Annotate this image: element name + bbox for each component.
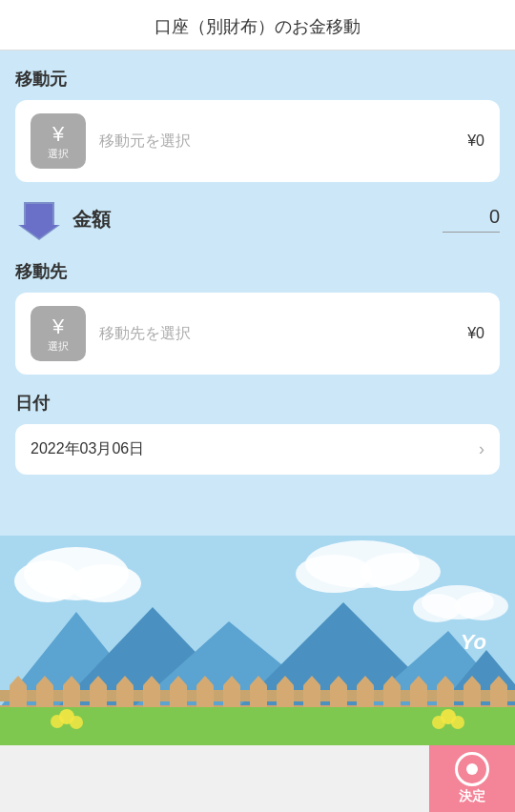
source-icon-symbol: ¥ <box>52 124 64 145</box>
destination-amount: ¥0 <box>467 325 484 342</box>
svg-marker-44 <box>330 676 347 685</box>
svg-point-7 <box>360 553 441 591</box>
scenery-background: Yo <box>0 536 515 745</box>
main-content: 移動元 ¥ 選択 移動元を選択 ¥0 金額 0 移動先 <box>0 51 515 475</box>
flowers-svg <box>0 698 515 736</box>
arrow-amount-row: 金額 0 <box>15 195 500 243</box>
confirm-button[interactable]: 決定 <box>429 745 515 812</box>
svg-marker-30 <box>143 676 160 685</box>
page-title: 口座（別財布）のお金移動 <box>154 17 360 36</box>
source-placeholder: 移動元を選択 <box>99 132 191 152</box>
date-label: 日付 <box>15 392 500 415</box>
svg-marker-48 <box>383 676 401 685</box>
source-card[interactable]: ¥ 選択 移動元を選択 ¥0 <box>15 100 500 182</box>
source-card-left: ¥ 選択 移動元を選択 <box>31 113 191 169</box>
date-card[interactable]: 2022年03月06日 › <box>15 424 500 475</box>
amount-value[interactable]: 0 <box>443 206 500 233</box>
source-icon-label: 選択 <box>48 149 69 159</box>
amount-row: 金額 0 <box>72 206 500 233</box>
destination-placeholder: 移動先を選択 <box>99 324 191 344</box>
svg-marker-50 <box>410 676 427 685</box>
confirm-button-circle <box>455 752 489 786</box>
svg-point-59 <box>70 716 83 729</box>
svg-marker-42 <box>303 676 320 685</box>
svg-marker-26 <box>90 676 107 685</box>
svg-marker-56 <box>490 676 507 685</box>
svg-marker-20 <box>10 676 27 685</box>
destination-card[interactable]: ¥ 選択 移動先を選択 ¥0 <box>15 293 500 375</box>
svg-marker-52 <box>437 676 454 685</box>
svg-marker-46 <box>357 676 374 685</box>
date-section: 日付 2022年03月06日 › <box>15 392 500 475</box>
svg-point-6 <box>296 555 372 593</box>
svg-marker-36 <box>223 676 240 685</box>
destination-icon-label: 選択 <box>48 341 69 352</box>
chevron-right-icon: › <box>479 439 484 459</box>
confirm-button-label: 決定 <box>459 788 485 805</box>
source-label: 移動元 <box>15 68 500 91</box>
svg-marker-24 <box>63 676 80 685</box>
svg-point-62 <box>451 716 464 729</box>
destination-card-left: ¥ 選択 移動先を選択 <box>31 306 191 361</box>
svg-marker-22 <box>36 676 53 685</box>
svg-marker-54 <box>464 676 481 685</box>
amount-label: 金額 <box>72 207 111 233</box>
source-wallet-icon[interactable]: ¥ 選択 <box>31 113 86 169</box>
bottom-bar: 決定 <box>0 745 515 812</box>
svg-marker-38 <box>250 676 267 685</box>
svg-point-61 <box>432 716 445 729</box>
destination-icon-symbol: ¥ <box>52 316 64 337</box>
source-amount: ¥0 <box>467 132 484 150</box>
confirm-button-circle-inner <box>466 763 478 775</box>
svg-marker-40 <box>277 676 294 685</box>
destination-label: 移動先 <box>15 260 500 283</box>
page-header: 口座（別財布）のお金移動 <box>0 0 515 51</box>
svg-point-58 <box>51 715 64 728</box>
destination-wallet-icon[interactable]: ¥ 選択 <box>31 306 86 361</box>
svg-marker-32 <box>170 676 187 685</box>
arrow-down-icon <box>15 195 63 243</box>
date-value: 2022年03月06日 <box>31 439 144 459</box>
amount-value-wrapper: 0 <box>443 206 500 233</box>
svg-marker-34 <box>196 676 214 685</box>
svg-marker-28 <box>116 676 134 685</box>
svg-marker-1 <box>20 204 58 238</box>
yo-text: Yo <box>461 630 486 655</box>
